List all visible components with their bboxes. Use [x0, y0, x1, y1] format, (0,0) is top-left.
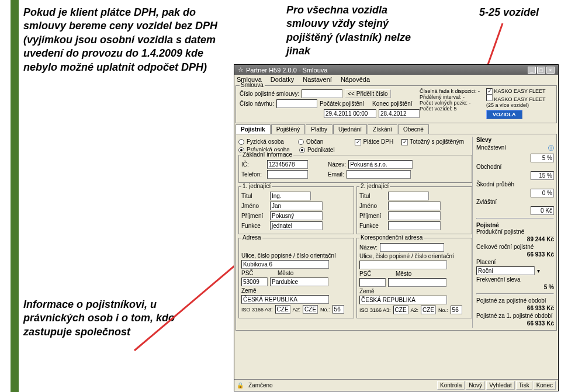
radio-fyzicka[interactable] — [238, 139, 244, 145]
a3-1[interactable]: CZE — [275, 305, 290, 314]
jmeno2-input[interactable] — [388, 202, 441, 210]
radio-obcan[interactable] — [298, 139, 304, 145]
lbl-mesto2: Město — [396, 270, 411, 277]
lbl-psc1: PSČ — [241, 270, 258, 276]
min-button[interactable]: _ — [528, 67, 536, 74]
a2-2[interactable]: CZE — [421, 306, 436, 314]
lbl-cislo-sml: Číslo pojistné smlouvy: — [240, 91, 299, 97]
menu-napoveda[interactable]: Nápověda — [341, 76, 370, 83]
chk-kasko2[interactable] — [486, 95, 493, 101]
jmeno1-input[interactable]: Jan — [270, 202, 323, 210]
lbl-platce: Plátce DPH — [363, 138, 393, 145]
ic-input[interactable]: 12345678 — [267, 160, 308, 169]
max-button[interactable]: □ — [537, 67, 545, 74]
lbl-mnoz: Množstevní — [476, 144, 506, 152]
a2-1[interactable]: CZE — [303, 305, 318, 314]
zvl-val[interactable]: 0 Kč — [531, 206, 554, 215]
val-celk: 66 933 Kč — [527, 251, 554, 258]
chk-platce[interactable]: ✓ — [355, 139, 361, 145]
funkce2-input[interactable] — [388, 221, 441, 230]
lbl-a2-1: A2: — [293, 307, 301, 313]
chk-totozny[interactable]: ✓ — [401, 139, 408, 145]
titul2-input[interactable] — [388, 192, 429, 200]
mnoz-val[interactable]: 5 % — [531, 154, 554, 162]
btn-konec[interactable]: Konec — [534, 381, 556, 390]
lbl-ulice1: Ulice, číslo popisné / číslo orientační — [241, 252, 351, 259]
lbl-zaobd: Pojistné za pojistné období — [476, 297, 554, 304]
psc2-input[interactable] — [359, 278, 386, 287]
btn-novy[interactable]: Nový — [466, 381, 485, 390]
val-za1: 66 933 Kč — [527, 320, 554, 327]
menu-dodatky[interactable]: Dodatky — [271, 76, 294, 83]
title-icon: ☆ — [238, 66, 244, 74]
tab-pojistnik[interactable]: Pojistník — [236, 124, 271, 134]
radio-podnikatel[interactable] — [299, 147, 305, 153]
group-zakladni: Základní informace IČ: 12345678 Název: P… — [238, 155, 472, 183]
lbl-fyzicka: Fyzická osoba — [247, 138, 284, 145]
info-icon[interactable]: ⓘ — [548, 144, 554, 152]
lbl-nazev: Název: — [328, 161, 346, 168]
prijmeni1-input[interactable]: Pokusný — [270, 211, 323, 220]
email-input[interactable] — [347, 170, 411, 179]
app-window: ☆ Partner H59 2.0.0 - Smlouva _ □ × Smlo… — [234, 64, 559, 391]
mesto2-input[interactable] — [388, 278, 446, 287]
tab-ziskani[interactable]: Získání — [368, 124, 397, 134]
lbl-prijmeni2: Příjmení — [359, 213, 386, 219]
lbl-plac: Placení — [476, 259, 554, 265]
cislo-navrhu-input[interactable] — [276, 99, 317, 108]
no-1[interactable]: 56 — [333, 305, 344, 314]
telefon-input[interactable] — [267, 170, 308, 179]
window-title: Partner H59 2.0.0 - Smlouva — [246, 67, 327, 74]
placeni-select[interactable]: Roční — [476, 266, 535, 275]
a3-2[interactable]: CZE — [393, 306, 408, 314]
funkce1-input[interactable]: jednatel — [270, 221, 323, 230]
smlouva-panel: Smlouva Číslo pojistné smlouvy: << Přidě… — [236, 85, 557, 123]
pridelit-button[interactable]: << Přidělit číslo — [345, 89, 390, 98]
note-pojisteny: Pro všechna vozidla smlouvy vždy stejný … — [286, 4, 415, 58]
close-button[interactable]: × — [546, 67, 555, 74]
lbl-ic: IČ: — [241, 161, 265, 168]
titul1-input[interactable]: Ing. — [270, 192, 311, 200]
btn-vyhledat[interactable]: Vyhledat — [486, 381, 515, 390]
nazev-input[interactable]: Pokusná s.r.o. — [348, 160, 413, 169]
btn-kontrola[interactable]: Kontrola — [437, 381, 465, 390]
pocatek-input[interactable]: 29.4.2011 00:00 — [324, 109, 376, 118]
lbl-nazev2: Název: — [359, 244, 378, 251]
psc1-input[interactable]: 53009 — [241, 277, 268, 286]
btn-tisk[interactable]: Tisk — [516, 381, 532, 390]
menu-nastaveni[interactable]: Nastavení — [303, 76, 332, 83]
lbl-obch: Obchodní — [476, 164, 554, 170]
tab-obecne[interactable]: Obecné — [398, 124, 429, 134]
prijmeni2-input[interactable] — [388, 211, 441, 220]
tab-platby[interactable]: Platby — [306, 124, 333, 134]
chk-kasko1[interactable]: ✓ — [486, 88, 493, 95]
lbl-totozny: Totožný s pojištěným — [410, 138, 464, 145]
lbl-skod: Škodní průběh — [476, 181, 554, 188]
obch-val[interactable]: 15 % — [531, 171, 554, 180]
nazev2-input[interactable] — [380, 243, 444, 252]
skod-val[interactable]: 0 % — [531, 189, 554, 197]
tab-ujednani[interactable]: Ujednání — [333, 124, 367, 134]
cislo-sml-input[interactable] — [302, 89, 342, 98]
lbl-konec: Konec pojištění — [372, 100, 412, 107]
val-prod: 89 244 Kč — [527, 236, 554, 242]
ulice1-input[interactable]: Kubíkova 6 — [241, 260, 329, 269]
lbl-telefon: Telefon: — [241, 171, 265, 178]
konec-input[interactable]: 28.4.2012 — [379, 109, 420, 118]
lbl-frekv: Frekvenční sleva — [476, 276, 554, 283]
zeme2-input[interactable]: ČESKÁ REPUBLIKA — [359, 296, 447, 304]
tab-pojisteny[interactable]: Pojištěný — [271, 124, 306, 134]
no-2[interactable]: 56 — [451, 306, 462, 314]
lbl-psc2: PSČ — [359, 270, 376, 277]
dropdown-icon[interactable]: ▾ — [537, 268, 540, 274]
zeme1-input[interactable]: ČESKÁ REPUBLIKA — [241, 295, 329, 304]
lbl-kasko1: KASKO EASY FLEET — [494, 88, 546, 94]
gt-adresa: Adresa — [241, 234, 262, 241]
mesto1-input[interactable]: Pardubice — [270, 277, 328, 286]
ulice2-input[interactable] — [359, 261, 447, 269]
note-525: 5-25 vozidel — [479, 6, 549, 19]
lbl-ulice2: Ulice, číslo popisné / číslo orientační — [359, 253, 469, 259]
note-pojistnik: Informace o pojistníkovi, u právnických … — [23, 298, 175, 339]
vozidla-button[interactable]: VOZIDLA — [486, 110, 522, 119]
lbl-funkce2: Funkce — [359, 223, 386, 229]
